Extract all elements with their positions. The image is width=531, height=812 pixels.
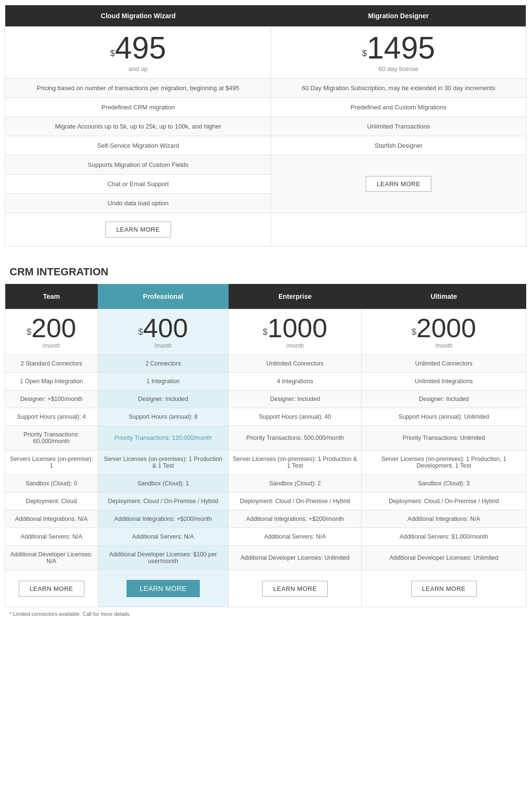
migration-col2-header: Migration Designer — [271, 5, 526, 27]
crm-f9-3: Additional Servers: $1,000/month — [362, 528, 526, 546]
crm-table: Team Professional Enterprise Ultimate $2… — [5, 284, 526, 607]
crm-footer-note: * Limited connectors available. Call for… — [5, 607, 526, 621]
crm-f7-3: Deployment: Cloud / On-Premise / Hybrid — [362, 493, 526, 510]
crm-price-ultimate: $2000 /month — [362, 309, 526, 355]
crm-price-team: $200 /month — [5, 309, 98, 355]
crm-f0-2: Unlimited Connectors — [229, 355, 362, 373]
crm-f10-1: Additional Developer Licenses: $100 per … — [98, 546, 229, 570]
migration-f2-col2: Starfish Designer — [271, 136, 526, 155]
crm-price-enterprise: $1000 /month — [229, 309, 362, 355]
crm-f4-0: Priority Transactions: 60,000/month — [5, 426, 98, 450]
crm-f10-0: Additional Developer Licenses: N/A — [5, 546, 98, 570]
crm-price-main-1: 400 — [143, 313, 188, 343]
crm-header-professional: Professional — [98, 284, 229, 309]
crm-f7-1: Deployment: Cloud / On-Premise / Hybrid — [98, 493, 229, 510]
migration-learn-btn-col2[interactable]: LEARN MORE — [366, 176, 431, 192]
migration-price2-cell: $1495 60 day license — [271, 27, 526, 79]
crm-price-sub-0: /month — [9, 342, 94, 349]
crm-f6-1: Sandbox (Cloud): 1 — [98, 475, 229, 493]
crm-f5-2: Server Licenses (on-premises): 1 Product… — [229, 450, 362, 475]
crm-section-title: CRM INTEGRATION — [5, 256, 526, 284]
crm-price-sup-2: $ — [263, 327, 267, 337]
crm-learn-btn-ultimate[interactable]: LEARN MORE — [411, 581, 477, 597]
crm-price-main-3: 2000 — [416, 313, 476, 343]
crm-feature-row-8: Additional Integrations: N/A Additional … — [5, 510, 526, 528]
crm-price-sub-2: /month — [232, 342, 358, 349]
migration-f1-col1: Migrate Accounts up to 5k, up to 25k, up… — [5, 117, 271, 136]
crm-f4-1: Priority Transactions: 120,000/month — [98, 426, 229, 450]
crm-price-sub-3: /month — [366, 342, 522, 349]
crm-price-professional: $400 /month — [98, 309, 229, 355]
crm-btn-cell-ultimate: LEARN MORE — [362, 570, 526, 607]
crm-f7-2: Deployment: Cloud / On-Premise / Hybrid — [229, 493, 362, 510]
crm-f3-1: Support Hours (annual): 8 — [98, 408, 229, 426]
crm-f0-0: 2 Standard Connectors — [5, 355, 98, 373]
crm-f7-0: Deployment: Cloud — [5, 493, 98, 510]
crm-f2-3: Designer: Included — [362, 390, 526, 408]
crm-f4-2: Priority Transactions: 500,000/month — [229, 426, 362, 450]
crm-feature-row-0: 2 Standard Connectors 2 Connectors Unlim… — [5, 355, 526, 373]
crm-btn-row: LEARN MORE LEARN MORE LEARN MORE LEARN M… — [5, 570, 526, 607]
crm-f5-3: Server Licenses (on-premises): 1 Product… — [362, 450, 526, 475]
crm-section: CRM INTEGRATION Team Professional Enterp… — [0, 256, 531, 630]
crm-learn-btn-enterprise[interactable]: LEARN MORE — [262, 581, 328, 597]
crm-price-row: $200 /month $400 /month $1000 /month $20… — [5, 309, 526, 355]
migration-col1-header: Cloud Migration Wizard — [5, 5, 271, 27]
migration-price1-cell: $495 and up — [5, 27, 271, 79]
crm-f10-3: Additional Developer Licenses: Unlimited — [362, 546, 526, 570]
migration-f5-col1: Undo data load option — [5, 194, 271, 213]
price2-main: 1495 — [367, 31, 435, 65]
crm-f3-2: Support Hours (annual): 40 — [229, 408, 362, 426]
crm-f0-3: Unlimited Connectors — [362, 355, 526, 373]
migration-btn-empty-col2 — [271, 213, 526, 247]
crm-price-sup-3: $ — [412, 327, 416, 337]
crm-f1-3: Unlimited Integrations — [362, 373, 526, 390]
migration-btn-row: LEARN MORE — [5, 213, 526, 247]
migration-desc1: Pricing based on number of transactions … — [5, 79, 271, 98]
crm-f2-2: Designer: Included — [229, 390, 362, 408]
crm-f5-1: Server Licenses (on-premises): 1 Product… — [98, 450, 229, 475]
crm-f5-0: Servers Licenses (on-premise): 1 — [5, 450, 98, 475]
crm-feature-row-3: Support Hours (annual): 4 Support Hours … — [5, 408, 526, 426]
crm-f1-2: 4 Integrations — [229, 373, 362, 390]
crm-learn-btn-professional[interactable]: LEARN MORE — [127, 580, 200, 597]
crm-header-team: Team — [5, 284, 98, 309]
migration-f4-col1: Chat or Email Support — [5, 175, 271, 194]
migration-f2-col1: Self-Service Migration Wizard — [5, 136, 271, 155]
migration-feature-row-0: Predefined CRM migration Predefined and … — [5, 98, 526, 117]
crm-f1-0: 1 Open Map Integration — [5, 373, 98, 390]
crm-feature-row-6: Sandbox (Cloud): 0 Sandbox (Cloud): 1 Sa… — [5, 475, 526, 493]
migration-f1-col2: Unlimited Transactions — [271, 117, 526, 136]
migration-feature-row-3: Supports Migration of Custom Fields LEAR… — [5, 155, 526, 175]
crm-feature-row-2: Designer: +$100/month Designer: Included… — [5, 390, 526, 408]
migration-price-row: $495 and up $1495 60 day license — [5, 27, 526, 79]
crm-price-sub-1: /month — [102, 342, 225, 349]
migration-f0-col1: Predefined CRM migration — [5, 98, 271, 117]
crm-btn-cell-team: LEARN MORE — [5, 570, 98, 607]
price1-sup: $ — [110, 48, 115, 58]
crm-header-ultimate: Ultimate — [362, 284, 526, 309]
crm-feature-row-10: Additional Developer Licenses: N/A Addit… — [5, 546, 526, 570]
crm-f8-0: Additional Integrations: N/A — [5, 510, 98, 528]
migration-desc2: 60 Day Migration Subscription, may be ex… — [271, 79, 526, 98]
migration-feature-row-2: Self-Service Migration Wizard Starfish D… — [5, 136, 526, 155]
crm-f6-0: Sandbox (Cloud): 0 — [5, 475, 98, 493]
crm-btn-cell-professional: LEARN MORE — [98, 570, 229, 607]
crm-f6-3: Sandbox (Cloud): 3 — [362, 475, 526, 493]
crm-learn-btn-team[interactable]: LEARN MORE — [19, 581, 84, 597]
crm-header-enterprise: Enterprise — [229, 284, 362, 309]
crm-price-main-0: 200 — [32, 313, 76, 343]
price1-sub: and up — [10, 65, 266, 72]
crm-feature-row-9: Additional Servers: N/A Additional Serve… — [5, 528, 526, 546]
crm-feature-row-4: Priority Transactions: 60,000/month Prio… — [5, 426, 526, 450]
crm-feature-row-5: Servers Licenses (on-premise): 1 Server … — [5, 450, 526, 475]
price1-main: 495 — [115, 31, 166, 65]
crm-price-sup-1: $ — [139, 327, 143, 337]
migration-desc-row: Pricing based on number of transactions … — [5, 79, 526, 98]
migration-f3-col2-btn: LEARN MORE — [271, 155, 526, 213]
migration-learn-btn-col1[interactable]: LEARN MORE — [105, 222, 171, 237]
migration-table: Cloud Migration Wizard Migration Designe… — [5, 5, 526, 247]
migration-btn-cell-col1: LEARN MORE — [5, 213, 271, 247]
migration-f3-col1: Supports Migration of Custom Fields — [5, 155, 271, 175]
crm-f9-2: Additional Servers: N/A — [229, 528, 362, 546]
